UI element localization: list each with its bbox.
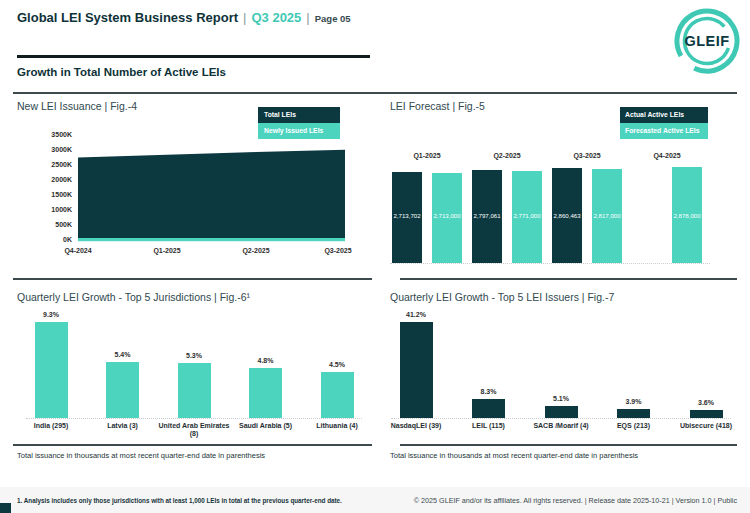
fig5-quarter-label: Q3-2025 xyxy=(552,152,622,159)
fig6-category-label: Saudi Arabia (5) xyxy=(226,422,306,430)
fig4-ytick: 0K xyxy=(38,236,72,243)
report-page: Global LEI System Business Report|Q3 202… xyxy=(0,0,750,513)
fig4-ytick: 3500K xyxy=(38,131,72,138)
page-number: Page 05 xyxy=(315,13,351,24)
fig4-title: New LEI Issuance | Fig.-4 xyxy=(17,100,137,112)
fig5-quarter-label: Q1-2025 xyxy=(392,152,462,159)
fig6-bar-value: 4.8% xyxy=(241,357,291,364)
fig6-bar-value: 5.4% xyxy=(98,351,148,358)
legend-forecasted-active-leis: Forecasted Active LEIs xyxy=(620,123,708,139)
fig5-bar xyxy=(432,173,462,263)
fig5-bar xyxy=(392,172,422,263)
fig7-category-label: EQS (213) xyxy=(589,422,679,430)
fig6-category-label: India (295) xyxy=(11,422,91,430)
fig7-bar xyxy=(545,406,578,418)
row-divider-left xyxy=(13,278,372,280)
fig7-bar-value: 5.1% xyxy=(536,395,586,402)
fig5-quarter-label: Q4-2025 xyxy=(632,152,702,159)
fig4-xlabel: Q3-2025 xyxy=(308,247,368,254)
section-divider xyxy=(13,92,737,94)
report-period: Q3 2025 xyxy=(251,10,301,25)
fig5-bar xyxy=(672,167,702,263)
fig6-bar xyxy=(35,322,68,418)
fig7-category-label: SACB /Moarif (4) xyxy=(516,422,606,430)
fig7-bar-value: 8.3% xyxy=(464,388,514,395)
fig7-bar xyxy=(472,399,505,418)
header-separator: | xyxy=(301,10,314,25)
fig5-bar xyxy=(592,169,622,263)
corner-mark xyxy=(0,503,11,513)
fig6-bar xyxy=(178,363,211,418)
fig6-bar-value: 5.3% xyxy=(169,352,219,359)
fig7-category-label: Ubisecure (418) xyxy=(661,422,750,430)
fig7-category-label: NasdaqLEI (39) xyxy=(371,422,461,430)
fig6-bar xyxy=(321,372,354,418)
fig6-baseline xyxy=(26,418,362,419)
report-header: Global LEI System Business Report|Q3 202… xyxy=(17,10,351,25)
fig6-bar-value: 9.3% xyxy=(26,311,76,318)
fig5-bar-value: 2,878,000 xyxy=(670,212,704,219)
fig6-bar-value: 4.5% xyxy=(312,361,362,368)
svg-text:GLEIF: GLEIF xyxy=(684,33,729,49)
fig6-category-label: United Arab Emirates (8) xyxy=(154,422,234,439)
fig5-bar-value: 2,713,702 xyxy=(390,212,424,219)
report-title: Global LEI System Business Report xyxy=(17,10,238,25)
legend-total-leis: Total LEIs xyxy=(258,107,340,123)
fig6-bar xyxy=(106,362,139,418)
fig7-bar-value: 41.2% xyxy=(391,311,441,318)
section-title: Growth in Total Number of Active LEIs xyxy=(17,66,226,78)
legend-actual-active-leis: Actual Active LEIs xyxy=(620,107,708,123)
footer-copyright: © 2025 GLEIF and/or its affiliates. All … xyxy=(337,496,737,505)
header-separator: | xyxy=(238,10,251,25)
fig4-ytick: 1000K xyxy=(38,206,72,213)
legend-newly-issued-leis: Newly Issued LEIs xyxy=(258,123,340,139)
fig7-title: Quarterly LEI Growth - Top 5 LEI Issuers… xyxy=(390,291,614,303)
fig5-bar xyxy=(552,168,582,263)
fig5-bar-value: 2,860,463 xyxy=(550,212,584,219)
fig6-note: Total issuance in thousands at most rece… xyxy=(17,451,265,460)
fig7-bar xyxy=(617,409,650,418)
fig5-bar-value: 2,817,000 xyxy=(590,212,624,219)
fig5-legend: Actual Active LEIs Forecasted Active LEI… xyxy=(620,107,708,139)
fig5-quarter-label: Q2-2025 xyxy=(472,152,542,159)
footnote: 1. Analysis includes only those jurisdic… xyxy=(17,497,342,504)
fig4-xlabel: Q2-2025 xyxy=(226,247,286,254)
fig5-bar-value: 2,771,000 xyxy=(510,212,544,219)
gleif-logo-icon: GLEIF xyxy=(670,8,744,74)
fig5-bar-value: 2,713,000 xyxy=(430,212,464,219)
fig4-xlabel: Q4-2024 xyxy=(48,247,108,254)
fig6-category-label: Latvia (3) xyxy=(83,422,163,430)
fig7-note: Total issuance in thousands at most rece… xyxy=(390,451,638,460)
fig6-category-label: Lithuania (4) xyxy=(297,422,377,430)
fig4-area xyxy=(78,133,347,244)
fig4-ytick: 500K xyxy=(38,221,72,228)
note-divider-left xyxy=(13,444,372,446)
fig7-bar xyxy=(400,322,433,418)
note-divider-right xyxy=(400,444,737,446)
fig5-baseline xyxy=(390,263,710,264)
row-divider-right xyxy=(400,278,737,280)
fig6-title: Quarterly LEI Growth - Top 5 Jurisdictio… xyxy=(17,291,250,303)
header-divider xyxy=(17,55,370,58)
fig5-bar xyxy=(472,170,502,263)
fig4-legend: Total LEIs Newly Issued LEIs xyxy=(258,107,340,139)
fig5-bar-value: 2,797,061 xyxy=(470,212,504,219)
fig7-baseline xyxy=(391,418,731,419)
fig6-bar xyxy=(249,368,282,418)
fig5-title: LEI Forecast | Fig.-5 xyxy=(390,100,485,112)
fig5-bar xyxy=(512,171,542,263)
fig7-bar xyxy=(690,410,723,418)
gleif-logo: GLEIF xyxy=(670,8,744,74)
fig4-ytick: 1500K xyxy=(38,191,72,198)
fig7-bar-value: 3.6% xyxy=(681,399,731,406)
fig4-ytick: 3000K xyxy=(38,146,72,153)
fig4-xlabel: Q1-2025 xyxy=(137,247,197,254)
fig4-ytick: 2500K xyxy=(38,161,72,168)
fig4-ytick: 2000K xyxy=(38,176,72,183)
fig7-category-label: LEIL (115) xyxy=(444,422,534,430)
fig7-bar-value: 3.9% xyxy=(609,398,659,405)
